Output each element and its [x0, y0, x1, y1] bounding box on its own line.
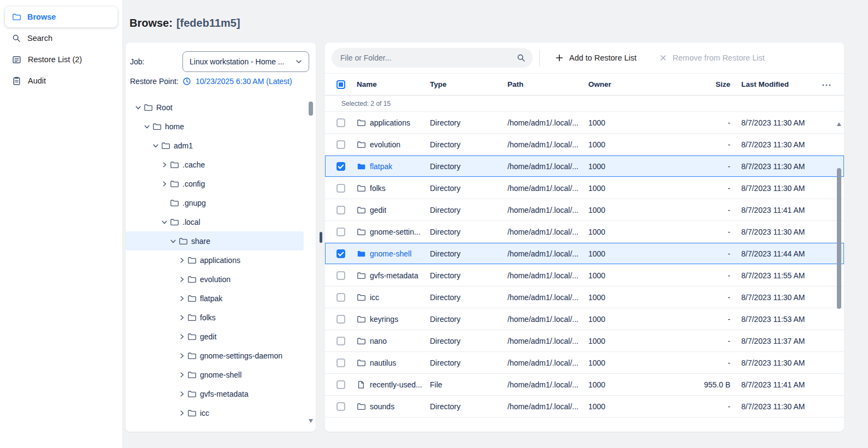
- chevron-right-icon[interactable]: [177, 294, 187, 303]
- row-checkbox[interactable]: [336, 380, 345, 389]
- file-name: gedit: [370, 206, 386, 214]
- file-size: -: [684, 249, 730, 258]
- tree-scrollbar[interactable]: [309, 100, 313, 423]
- tree-item[interactable]: evolution: [126, 270, 304, 289]
- tree-item[interactable]: .cache: [126, 155, 304, 174]
- row-checkbox[interactable]: [336, 315, 345, 324]
- column-header-name[interactable]: Name: [357, 80, 430, 88]
- row-checkbox[interactable]: [336, 337, 345, 345]
- chevron-down-icon[interactable]: [168, 236, 178, 246]
- browse-panel: Job: Linux workstation - Home ... Restor…: [126, 43, 316, 432]
- table-row[interactable]: gvfs-metadata Directory /home/adm1/.loca…: [325, 265, 844, 286]
- sidebar-item-audit[interactable]: Audit: [5, 70, 117, 91]
- search-input[interactable]: [332, 48, 533, 68]
- sidebar-item-search[interactable]: Search: [5, 28, 117, 49]
- file-type: File: [430, 380, 507, 389]
- column-header-modified[interactable]: Last Modified: [730, 80, 814, 88]
- file-modified: 8/7/2023 11:30 AM: [730, 140, 814, 149]
- row-checkbox[interactable]: [336, 293, 345, 302]
- column-header-size[interactable]: Size: [684, 80, 730, 88]
- column-header-owner[interactable]: Owner: [588, 80, 684, 88]
- table-scrollbar-thumb[interactable]: [837, 168, 841, 309]
- tree-item[interactable]: gnome-shell: [126, 365, 304, 384]
- row-checkbox[interactable]: [336, 359, 345, 367]
- scroll-up-arrow[interactable]: [837, 122, 841, 126]
- folder-icon: [12, 13, 21, 21]
- tree-item[interactable]: home: [126, 117, 304, 136]
- file-modified: 8/7/2023 11:30 AM: [730, 184, 814, 193]
- chevron-right-icon[interactable]: [160, 179, 169, 189]
- file-size: -: [684, 402, 730, 411]
- file-path: /home/adm1/.local/...: [507, 293, 588, 302]
- row-checkbox[interactable]: [336, 206, 345, 214]
- chevron-right-icon[interactable]: [177, 332, 187, 342]
- file-owner: 1000: [588, 315, 684, 324]
- tree-item[interactable]: icc: [126, 403, 304, 422]
- remove-from-restore-list-button[interactable]: Remove from Restore List: [654, 50, 770, 65]
- table-scrollbar[interactable]: [837, 122, 841, 424]
- chevron-right-icon[interactable]: [160, 160, 169, 170]
- restore-point-link[interactable]: 10/23/2025 6:30 AM (Latest): [182, 77, 292, 86]
- row-checkbox[interactable]: [336, 271, 345, 280]
- chevron-right-icon[interactable]: [177, 351, 187, 361]
- chevron-right-icon[interactable]: [177, 255, 187, 265]
- chevron-right-icon[interactable]: [177, 370, 187, 380]
- tree-item[interactable]: share: [126, 231, 304, 250]
- sidebar-item-restore-list[interactable]: Restore List (2): [5, 49, 117, 70]
- table-row[interactable]: folks Directory /home/adm1/.local/... 10…: [325, 177, 844, 199]
- chevron-down-icon[interactable]: [160, 217, 169, 227]
- tree-item[interactable]: Root: [126, 98, 304, 117]
- select-all-checkbox[interactable]: [336, 80, 345, 89]
- row-checkbox[interactable]: [336, 402, 345, 411]
- row-checkbox[interactable]: [336, 162, 345, 171]
- column-header-path[interactable]: Path: [507, 80, 588, 88]
- table-row[interactable]: evolution Directory /home/adm1/.local/..…: [325, 134, 844, 156]
- sidebar-item-browse[interactable]: Browse: [5, 7, 117, 27]
- chevron-down-icon[interactable]: [142, 122, 152, 132]
- table-row[interactable]: nautilus Directory /home/adm1/.local/...…: [325, 352, 844, 374]
- file-search[interactable]: [332, 48, 533, 68]
- column-header-type[interactable]: Type: [430, 80, 507, 88]
- tree-item[interactable]: gvfs-metadata: [126, 384, 304, 403]
- table-row[interactable]: keyrings Directory /home/adm1/.local/...…: [325, 308, 844, 330]
- tree-item[interactable]: applications: [126, 250, 304, 270]
- chevron-right-icon[interactable]: [177, 408, 187, 418]
- table-row[interactable]: nano Directory /home/adm1/.local/... 100…: [325, 330, 844, 352]
- chevron-down-icon[interactable]: [133, 103, 143, 112]
- tree-item[interactable]: adm1: [126, 136, 304, 155]
- file-owner: 1000: [588, 402, 684, 411]
- tree-item[interactable]: folks: [126, 308, 304, 327]
- chevron-down-icon[interactable]: [151, 141, 161, 151]
- row-checkbox[interactable]: [336, 228, 345, 236]
- chevron-right-icon[interactable]: [177, 313, 187, 322]
- row-checkbox[interactable]: [336, 249, 345, 258]
- table-row[interactable]: icc Directory /home/adm1/.local/... 1000…: [325, 286, 844, 308]
- table-row[interactable]: gnome-settin... Directory /home/adm1/.lo…: [325, 221, 844, 243]
- chevron-right-icon[interactable]: [177, 389, 187, 399]
- tree-item[interactable]: .config: [126, 174, 304, 193]
- tree-item[interactable]: .gnupg: [126, 193, 304, 212]
- table-row[interactable]: gedit Directory /home/adm1/.local/... 10…: [325, 199, 844, 221]
- clock-icon: [182, 77, 191, 86]
- tree-item[interactable]: flatpak: [126, 289, 304, 308]
- row-checkbox[interactable]: [336, 140, 345, 149]
- row-checkbox[interactable]: [336, 184, 345, 193]
- table-row[interactable]: gnome-shell Directory /home/adm1/.local/…: [325, 243, 844, 265]
- tree-scrollbar-thumb[interactable]: [309, 101, 313, 116]
- row-checkbox[interactable]: [336, 118, 345, 127]
- table-row[interactable]: flatpak Directory /home/adm1/.local/... …: [325, 156, 844, 177]
- tree-item[interactable]: .local: [126, 212, 304, 231]
- ellipsis-icon[interactable]: [822, 80, 831, 88]
- table-row[interactable]: applications Directory /home/adm1/.local…: [325, 112, 844, 134]
- chevron-right-icon[interactable]: [177, 274, 187, 284]
- table-row[interactable]: sounds Directory /home/adm1/.local/... 1…: [325, 396, 844, 417]
- folder-icon: [357, 315, 365, 324]
- tree-item[interactable]: gnome-settings-daemon: [126, 346, 304, 365]
- scroll-down-arrow[interactable]: [309, 419, 313, 423]
- panel-splitter[interactable]: [317, 43, 324, 432]
- add-to-restore-list-button[interactable]: Add to Restore List: [550, 50, 642, 65]
- job-select[interactable]: Linux workstation - Home ...: [182, 51, 309, 72]
- tree-item[interactable]: gedit: [126, 327, 304, 346]
- file-name: sounds: [370, 402, 394, 411]
- table-row[interactable]: recently-used... File /home/adm1/.local/…: [325, 374, 844, 396]
